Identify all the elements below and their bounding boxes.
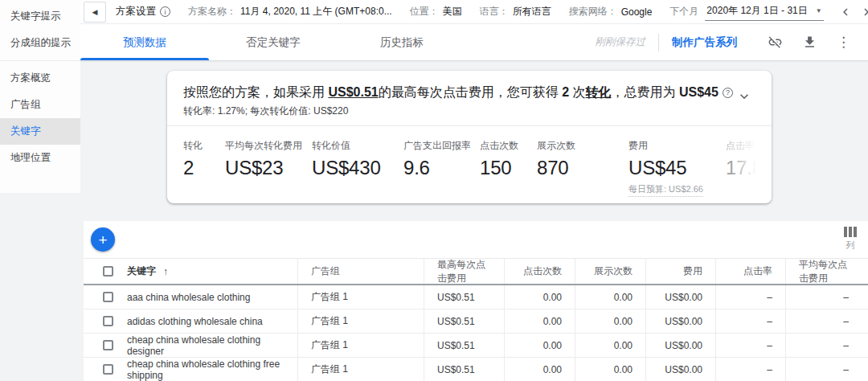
tab-historical-metrics[interactable]: 历史指标	[338, 24, 466, 60]
location-field[interactable]: 位置： 美国	[410, 5, 462, 18]
cell-cost: US$0.00	[645, 358, 715, 381]
metric-ctr: 点击率 17.8%	[726, 139, 772, 203]
metric-value: 870	[537, 157, 628, 179]
date-range-select[interactable]: 2020年 12月 1日 - 31日 ▼	[705, 2, 823, 21]
tab-negative-keywords[interactable]: 否定关键字	[209, 24, 338, 60]
headline-text: ，总费用为	[612, 85, 679, 99]
cell-clicks: 0.00	[504, 309, 575, 333]
sidebar-item-plan-overview[interactable]: 方案概览	[0, 65, 80, 92]
plan-name-field[interactable]: 方案名称： 11月 4, 2020, 11 上午 (GMT+08:0...	[188, 5, 392, 18]
row-checkbox[interactable]	[103, 316, 113, 326]
help-icon[interactable]: ?	[723, 88, 733, 98]
info-icon[interactable]: i	[160, 6, 170, 17]
language-field[interactable]: 语言： 所有语言	[480, 5, 551, 18]
metric-avg-cost-per-conversion: 平均每次转化费用 US$23	[225, 139, 312, 203]
download-icon[interactable]	[802, 35, 817, 50]
next-period-icon[interactable]	[859, 5, 868, 19]
headline-conversions-link[interactable]: 转化	[586, 85, 612, 99]
row-checkbox[interactable]	[103, 292, 113, 302]
header-clicks[interactable]: 点击次数	[504, 259, 575, 284]
cell-impressions: 0.00	[575, 358, 645, 381]
cell-ctr: –	[715, 309, 785, 333]
sidebar-item-ad-groups[interactable]: 广告组	[0, 92, 80, 118]
keywords-table-card: + 列 关键字 ↑ 广告组 最高每次点击费用 点击次数 展示次数 费用 点击率 …	[84, 221, 868, 381]
header-max-cpc[interactable]: 最高每次点击费用	[424, 259, 504, 284]
cell-avg-cpc: –	[785, 309, 868, 333]
collapse-chevron-icon[interactable]	[736, 88, 752, 104]
back-arrow-icon: ◀	[92, 8, 98, 16]
summary-headline-section: 按照您的方案，如果采用 US$0.51的最高每次点击费用，您可获得 2 次转化，…	[167, 71, 772, 125]
keyword-text: cheap china wholesale clothing designer	[127, 334, 285, 357]
cell-ad-group: 广告组 1	[297, 334, 424, 357]
metric-value: 150	[480, 157, 537, 179]
content-area: 按照您的方案，如果采用 US$0.51的最高每次点击费用，您可获得 2 次转化，…	[80, 60, 868, 381]
sidebar-item-keyword-ideas[interactable]: 关键字提示	[0, 3, 80, 30]
create-campaign-button[interactable]: 制作广告系列	[672, 35, 737, 50]
cell-max-cpc: US$0.51	[424, 358, 504, 381]
cell-max-cpc: US$0.51	[424, 334, 504, 357]
row-checkbox[interactable]	[103, 340, 113, 350]
cell-keyword: cheap china wholesale clothing free ship…	[84, 358, 297, 381]
select-all-checkbox[interactable]	[103, 266, 113, 277]
search-network-value: Google	[621, 6, 653, 18]
metric-clicks: 点击次数 150	[480, 139, 537, 203]
sort-ascending-icon: ↑	[163, 266, 168, 277]
cell-clicks: 0.00	[504, 334, 575, 357]
plan-settings-bar: ◀ 方案设置 i 方案名称： 11月 4, 2020, 11 上午 (GMT+0…	[80, 0, 868, 24]
metric-value: US$45	[628, 157, 726, 179]
columns-button[interactable]: 列	[844, 227, 857, 252]
metric-value: 2	[183, 157, 225, 179]
sidebar-item-keywords[interactable]: 关键字	[0, 118, 80, 145]
cell-ad-group: 广告组 1	[297, 285, 424, 309]
table-row[interactable]: adidas clothing wholesale china 广告组 1 US…	[84, 309, 868, 334]
table-row[interactable]: aaa china wholesale clothing 广告组 1 US$0.…	[84, 285, 868, 309]
cell-cost: US$0.00	[645, 309, 715, 333]
metric-conversion-value: 转化价值 US$430	[312, 139, 403, 203]
table-toolbar: + 列	[84, 221, 868, 258]
period-label: 下个月	[669, 5, 698, 18]
cell-avg-cpc: –	[785, 334, 868, 357]
cell-ctr: –	[715, 334, 785, 357]
header-avg-cpc[interactable]: 平均每次点击费用	[785, 259, 868, 284]
headline-max-cpc[interactable]: US$0.51	[328, 85, 378, 99]
header-keyword[interactable]: 关键字 ↑	[84, 259, 297, 284]
header-ctr[interactable]: 点击率	[715, 259, 785, 284]
metric-roas: 广告支出回报率 9.6	[403, 139, 480, 203]
previous-period-icon[interactable]	[838, 5, 853, 19]
cell-clicks: 0.00	[504, 285, 575, 309]
sidebar-item-grouped-ideas[interactable]: 分成组的提示	[0, 30, 80, 56]
sidebar-item-locations[interactable]: 地理位置	[0, 145, 80, 171]
cell-ctr: –	[715, 285, 785, 309]
cell-ad-group: 广告组 1	[297, 358, 424, 381]
search-network-field[interactable]: 搜索网络： Google	[569, 5, 653, 18]
metric-label: 点击次数	[480, 139, 537, 153]
table-row[interactable]: cheap china wholesale clothing designer …	[84, 334, 868, 358]
daily-budget[interactable]: 每日预算: US$2.66	[628, 183, 703, 197]
back-button[interactable]: ◀	[84, 2, 106, 23]
row-checkbox[interactable]	[103, 364, 113, 375]
headline-text: 的最高每次点击费用，您可获得	[379, 85, 562, 99]
location-label: 位置：	[410, 5, 439, 18]
add-keywords-button[interactable]: +	[91, 227, 115, 252]
header-impressions[interactable]: 展示次数	[575, 259, 645, 284]
cell-keyword: cheap china wholesale clothing designer	[84, 334, 297, 357]
tab-forecasts[interactable]: 预测数据	[80, 24, 209, 60]
cell-clicks: 0.00	[504, 358, 575, 381]
link-off-icon[interactable]	[768, 35, 783, 50]
header-ad-group[interactable]: 广告组	[297, 259, 424, 284]
plan-settings-label[interactable]: 方案设置	[116, 5, 156, 18]
header-label: 关键字	[127, 264, 156, 278]
cell-ad-group: 广告组 1	[297, 309, 424, 333]
more-options-icon[interactable]: ⋮	[837, 34, 850, 51]
location-value: 美国	[443, 5, 462, 18]
cell-impressions: 0.00	[575, 285, 645, 309]
cell-ctr: –	[715, 358, 785, 381]
metric-label: 平均每次转化费用	[225, 139, 312, 153]
forecast-summary-card: 按照您的方案，如果采用 US$0.51的最高每次点击费用，您可获得 2 次转化，…	[167, 71, 772, 203]
summary-headline: 按照您的方案，如果采用 US$0.51的最高每次点击费用，您可获得 2 次转化，…	[183, 82, 727, 103]
header-cost[interactable]: 费用	[645, 259, 715, 284]
summary-metrics: 转化 2 平均每次转化费用 US$23 转化价值 US$430 广告支出回报率 …	[167, 126, 772, 203]
cell-keyword: adidas clothing wholesale china	[84, 309, 297, 333]
metric-value: 9.6	[403, 157, 480, 179]
table-row[interactable]: cheap china wholesale clothing free ship…	[84, 358, 868, 381]
